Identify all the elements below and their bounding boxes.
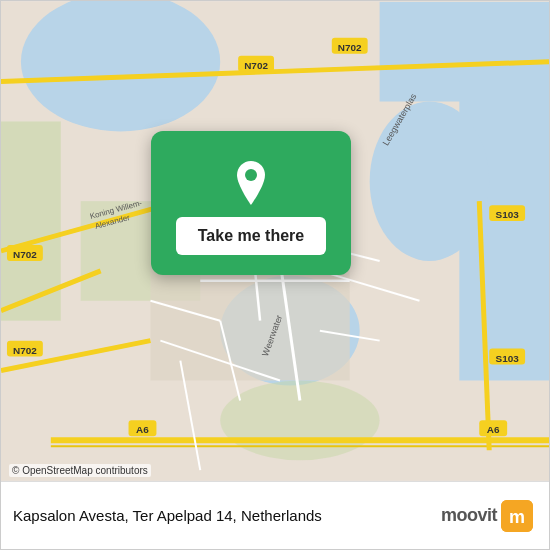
app: N702 N702 N702 N702 S103 S103 A6 A6 Lee [0, 0, 550, 550]
location-pin-icon [233, 161, 269, 205]
take-me-there-button[interactable]: Take me there [176, 217, 326, 255]
svg-text:N702: N702 [338, 42, 362, 53]
svg-text:A6: A6 [136, 424, 149, 435]
svg-point-4 [370, 102, 490, 261]
svg-text:N702: N702 [13, 345, 37, 356]
svg-text:N702: N702 [13, 249, 37, 260]
moovit-text: moovit [441, 505, 497, 526]
osm-credit: © OpenStreetMap contributors [9, 464, 151, 477]
svg-text:N702: N702 [244, 60, 268, 71]
svg-text:A6: A6 [487, 424, 500, 435]
location-name: Kapsalon Avesta, Ter Apelpad 14, Netherl… [13, 507, 322, 524]
popup-card[interactable]: Take me there [151, 131, 351, 275]
svg-text:S103: S103 [496, 209, 520, 220]
svg-point-48 [245, 169, 257, 181]
moovit-icon: m [501, 500, 533, 532]
map-container: N702 N702 N702 N702 S103 S103 A6 A6 Lee [1, 1, 549, 481]
osm-credit-text: © OpenStreetMap contributors [12, 465, 148, 476]
svg-text:m: m [509, 507, 525, 527]
bottom-bar: Kapsalon Avesta, Ter Apelpad 14, Netherl… [1, 481, 549, 549]
location-info: Kapsalon Avesta, Ter Apelpad 14, Netherl… [13, 507, 322, 524]
svg-text:S103: S103 [496, 353, 520, 364]
moovit-logo: moovit m [441, 500, 533, 532]
